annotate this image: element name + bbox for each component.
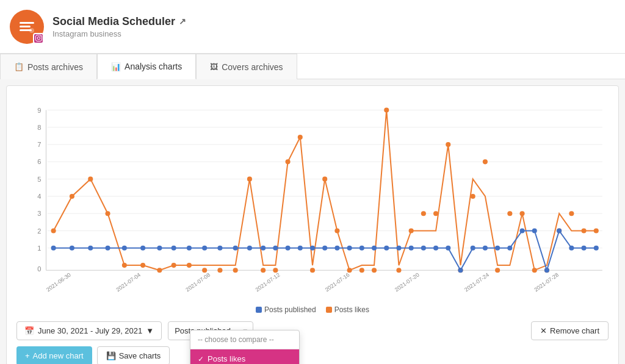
svg-point-94 <box>347 246 352 251</box>
svg-point-56 <box>384 107 389 112</box>
svg-point-100 <box>421 246 426 251</box>
svg-point-38 <box>140 263 145 268</box>
app-title: Social Media Scheduler ↗ <box>52 15 186 28</box>
legend-dot-blue <box>256 307 262 313</box>
svg-point-85 <box>233 246 238 251</box>
svg-point-73 <box>594 228 599 233</box>
svg-point-75 <box>70 246 74 251</box>
legend-posts-likes: Posts likes <box>326 305 369 314</box>
tab-covers-archives[interactable]: 🖼 Covers archives <box>196 54 297 79</box>
svg-point-82 <box>187 246 192 251</box>
svg-text:0: 0 <box>37 265 41 273</box>
svg-text:2021-07-24: 2021-07-24 <box>463 272 490 293</box>
instagram-icon <box>35 35 42 41</box>
svg-point-109 <box>532 228 537 233</box>
svg-point-64 <box>483 159 488 164</box>
svg-point-92 <box>322 246 327 251</box>
add-icon: + <box>25 351 30 360</box>
svg-text:2: 2 <box>37 227 41 235</box>
svg-point-61 <box>446 142 450 147</box>
svg-point-101 <box>433 246 438 251</box>
dropdown-header: -- choose to compare -- <box>190 330 299 349</box>
svg-point-59 <box>421 211 426 216</box>
svg-point-67 <box>520 211 525 216</box>
svg-point-87 <box>261 246 266 251</box>
date-range-button[interactable]: 📅 June 30, 2021 - July 29, 2021 ▼ <box>16 321 162 340</box>
tab-covers-archives-label: Covers archives <box>222 62 283 72</box>
logo-wrap <box>10 10 44 44</box>
compare-dropdown: -- choose to compare -- ✓ Posts likes Po… <box>190 330 300 364</box>
svg-point-104 <box>471 246 475 251</box>
remove-chart-label: Remove chart <box>550 326 599 335</box>
svg-point-112 <box>569 246 574 251</box>
svg-point-66 <box>507 211 512 216</box>
tab-analysis-charts-label: Analysis charts <box>125 62 182 71</box>
remove-icon: ✕ <box>540 326 547 335</box>
svg-point-86 <box>247 246 252 251</box>
svg-text:2021-07-16: 2021-07-16 <box>324 272 351 293</box>
svg-point-95 <box>359 246 364 251</box>
posts-archives-icon: 📋 <box>14 62 24 71</box>
tabs-bar: 📋 Posts archives 📊 Analysis charts 🖼 Cov… <box>0 54 625 79</box>
svg-text:6: 6 <box>37 158 41 165</box>
legend-dot-orange <box>326 307 332 313</box>
svg-point-80 <box>157 246 162 251</box>
chart-svg: 9 8 7 6 5 4 3 2 1 0 2021-06-30 2021-07-0… <box>16 96 609 303</box>
svg-point-99 <box>409 246 414 251</box>
svg-point-35 <box>88 177 93 182</box>
save-icon: 💾 <box>106 351 116 360</box>
svg-point-78 <box>122 246 127 251</box>
svg-point-54 <box>359 268 364 273</box>
svg-text:7: 7 <box>37 141 41 148</box>
dropdown-item-posts-likes[interactable]: ✓ Posts likes <box>190 349 299 364</box>
svg-point-47 <box>273 268 278 273</box>
svg-point-63 <box>471 194 475 199</box>
svg-point-106 <box>495 246 500 251</box>
svg-point-71 <box>569 211 574 216</box>
date-range-label: June 30, 2021 - July 29, 2021 <box>38 326 142 335</box>
svg-text:2021-07-28: 2021-07-28 <box>533 272 560 293</box>
svg-point-74 <box>51 246 56 251</box>
svg-text:9: 9 <box>37 107 41 114</box>
app-subtitle: Instagram business <box>52 29 186 38</box>
legend-posts-likes-label: Posts likes <box>334 305 369 314</box>
svg-point-93 <box>334 246 339 251</box>
svg-text:5: 5 <box>37 176 41 183</box>
svg-text:2021-06-30: 2021-06-30 <box>45 272 72 293</box>
svg-point-49 <box>298 135 303 140</box>
svg-text:8: 8 <box>37 124 41 131</box>
svg-point-50 <box>310 268 315 273</box>
app-name: Social Media Scheduler <box>52 15 175 28</box>
date-dropdown-arrow: ▼ <box>146 326 154 335</box>
svg-point-72 <box>582 228 587 233</box>
svg-text:2021-07-04: 2021-07-04 <box>115 272 142 293</box>
remove-chart-button[interactable]: ✕ Remove chart <box>531 321 609 340</box>
svg-point-46 <box>261 268 266 273</box>
legend-posts-published-label: Posts published <box>264 305 316 314</box>
add-new-chart-button[interactable]: + Add new chart <box>16 346 92 364</box>
svg-point-53 <box>347 268 352 273</box>
tab-analysis-charts[interactable]: 📊 Analysis charts <box>97 54 196 79</box>
app-header: Social Media Scheduler ↗ Instagram busin… <box>0 0 625 54</box>
add-chart-label: Add new chart <box>33 351 84 360</box>
svg-point-34 <box>70 194 74 199</box>
svg-point-42 <box>202 268 207 273</box>
external-link-icon[interactable]: ↗ <box>179 16 186 26</box>
svg-text:4: 4 <box>37 193 41 200</box>
dropdown-item-posts-likes-label: Posts likes <box>208 354 245 363</box>
svg-point-65 <box>495 268 500 273</box>
svg-point-60 <box>433 211 438 216</box>
save-charts-button[interactable]: 💾 Save charts <box>97 346 170 364</box>
svg-text:2021-07-20: 2021-07-20 <box>394 272 421 293</box>
tab-posts-archives[interactable]: 📋 Posts archives <box>0 54 97 79</box>
chart-area: 9 8 7 6 5 4 3 2 1 0 2021-06-30 2021-07-0… <box>16 96 609 303</box>
legend-posts-published: Posts published <box>256 305 316 314</box>
svg-point-110 <box>544 268 549 273</box>
svg-point-40 <box>172 263 176 268</box>
svg-text:3: 3 <box>37 210 41 217</box>
svg-point-76 <box>88 246 93 251</box>
svg-text:2021-07-12: 2021-07-12 <box>255 272 281 293</box>
svg-point-88 <box>273 246 278 251</box>
svg-point-3 <box>29 28 34 33</box>
svg-text:1: 1 <box>37 244 41 252</box>
